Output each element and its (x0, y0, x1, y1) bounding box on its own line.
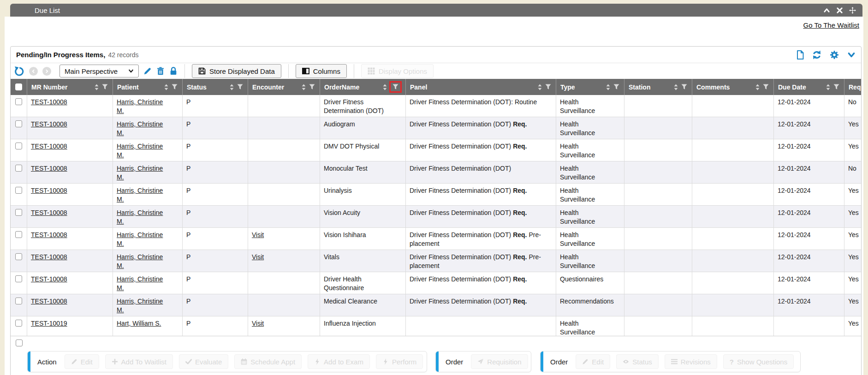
column-header-panel[interactable]: Panel (406, 79, 556, 95)
filter-funnel-icon[interactable] (545, 84, 551, 90)
patient-link[interactable]: Harris, Christine M. (117, 143, 163, 159)
schedule-appt-button[interactable]: Schedule Appt (234, 354, 302, 369)
sort-icon[interactable] (164, 84, 168, 90)
mr-number-link[interactable]: TEST-10008 (31, 143, 67, 150)
go-to-waitlist-link[interactable]: Go To The Waitlist (803, 21, 859, 29)
lock-perspective-icon[interactable] (169, 67, 178, 75)
next-perspective-button[interactable] (42, 67, 51, 76)
filter-funnel-icon[interactable] (613, 84, 619, 90)
filter-funnel-icon[interactable] (237, 84, 243, 90)
patient-link[interactable]: Harris, Christine M. (117, 298, 163, 314)
filter-funnel-icon-highlighted[interactable] (389, 81, 402, 93)
patient-link[interactable]: Harris, Christine M. (117, 187, 163, 203)
sort-icon[interactable] (95, 84, 99, 90)
move-icon[interactable] (849, 7, 856, 14)
encounter-visit-link[interactable]: Visit (252, 253, 264, 261)
show-questions-button[interactable]: ?Show Questions (723, 354, 794, 369)
sort-icon[interactable] (674, 84, 678, 90)
due-list-table-container[interactable]: MR NumberPatientStatusEncounterOrderName… (11, 79, 861, 336)
mr-number-link[interactable]: TEST-10008 (31, 253, 67, 261)
column-header-station[interactable]: Station (624, 79, 692, 95)
edit-button[interactable]: Edit (65, 354, 99, 369)
requisition-button[interactable]: Requisition (471, 354, 528, 369)
filter-funnel-icon[interactable] (309, 84, 315, 90)
patient-link[interactable]: Hart, William S. (117, 320, 161, 327)
column-header-ordername[interactable]: OrderName (320, 79, 406, 95)
mr-number-link[interactable]: TEST-10008 (31, 298, 67, 305)
row-checkbox[interactable] (15, 98, 22, 105)
add-to-waitlist-button[interactable]: Add To Waitlist (105, 354, 173, 369)
sort-icon[interactable] (755, 84, 760, 90)
patient-link[interactable]: Harris, Christine M. (117, 209, 163, 225)
filter-funnel-icon[interactable] (681, 84, 687, 90)
row-checkbox[interactable] (15, 143, 22, 149)
mr-number-link[interactable]: TEST-10008 (31, 231, 67, 238)
store-displayed-data-button[interactable]: Store Displayed Data (192, 64, 281, 78)
window-titlebar[interactable]: Due List (10, 4, 862, 17)
filter-funnel-icon[interactable] (172, 84, 178, 90)
revisions-button[interactable]: Revisions (665, 354, 717, 369)
row-checkbox[interactable] (15, 253, 22, 260)
row-checkbox[interactable] (15, 187, 22, 194)
patient-link[interactable]: Harris, Christine M. (117, 231, 163, 247)
column-header-type[interactable]: Type (556, 79, 624, 95)
edit-perspective-pencil-icon[interactable] (143, 67, 152, 75)
evaluate-button[interactable]: Evaluate (179, 354, 228, 369)
sort-icon[interactable] (606, 84, 610, 90)
collapse-panel-chevron-down-icon[interactable] (847, 51, 856, 59)
column-header-due-date[interactable]: Due Date (774, 79, 844, 95)
sort-icon[interactable] (302, 84, 306, 90)
patient-link[interactable]: Harris, Christine M. (117, 275, 163, 292)
patient-link[interactable]: Harris, Christine M. (117, 98, 163, 114)
encounter-visit-link[interactable]: Visit (252, 231, 264, 238)
row-checkbox[interactable] (15, 120, 22, 127)
row-checkbox[interactable] (15, 209, 22, 216)
row-checkbox[interactable] (15, 320, 22, 327)
sort-icon[interactable] (826, 84, 830, 90)
column-header-comments[interactable]: Comments (692, 79, 774, 95)
previous-perspective-button[interactable] (29, 67, 38, 76)
filter-funnel-icon[interactable] (833, 84, 839, 90)
mr-number-link[interactable]: TEST-10008 (31, 187, 67, 194)
patient-link[interactable]: Harris, Christine M. (117, 253, 163, 269)
columns-button[interactable]: Columns (296, 64, 347, 78)
edit-button[interactable]: Edit (576, 354, 610, 369)
status-button[interactable]: Status (616, 354, 659, 369)
sort-icon[interactable] (383, 84, 387, 90)
column-header-patient[interactable]: Patient (113, 79, 183, 95)
column-header-encounter[interactable]: Encounter (248, 79, 320, 95)
mr-number-link[interactable]: TEST-10008 (31, 275, 67, 283)
add-to-exam-button[interactable]: Add to Exam (308, 354, 370, 369)
footer-select-all-checkbox[interactable] (16, 339, 23, 346)
column-header-status[interactable]: Status (183, 79, 248, 95)
mr-number-link[interactable]: TEST-10019 (31, 320, 67, 327)
gear-icon[interactable] (830, 50, 839, 60)
collapse-chevron-up-icon[interactable] (823, 7, 830, 14)
filter-funnel-icon[interactable] (763, 84, 769, 90)
undo-icon[interactable] (14, 66, 24, 76)
column-header-mr-number[interactable]: MR Number (27, 79, 113, 95)
mr-number-link[interactable]: TEST-10008 (31, 165, 67, 172)
row-checkbox[interactable] (15, 275, 22, 282)
row-checkbox[interactable] (15, 231, 22, 238)
column-header-req[interactable]: Req (844, 79, 861, 95)
delete-perspective-trash-icon[interactable] (156, 67, 165, 75)
sort-icon[interactable] (538, 84, 542, 90)
patient-link[interactable]: Harris, Christine M. (117, 165, 163, 181)
sort-icon[interactable] (230, 84, 234, 90)
display-options-button[interactable]: Display Options (361, 64, 434, 78)
mr-number-link[interactable]: TEST-10008 (31, 120, 67, 128)
patient-link[interactable]: Harris, Christine M. (117, 120, 163, 137)
encounter-visit-link[interactable]: Visit (252, 320, 264, 327)
refresh-icon[interactable] (812, 50, 821, 60)
new-file-icon[interactable] (797, 50, 804, 60)
perspective-select[interactable]: Main Perspective (59, 65, 139, 77)
row-checkbox[interactable] (15, 298, 22, 304)
mr-number-link[interactable]: TEST-10008 (31, 98, 67, 106)
close-icon[interactable] (836, 7, 843, 14)
perform-button[interactable]: Perform (376, 354, 423, 369)
select-all-checkbox[interactable] (15, 83, 22, 90)
row-checkbox[interactable] (15, 165, 22, 172)
filter-funnel-icon[interactable] (102, 84, 108, 90)
mr-number-link[interactable]: TEST-10008 (31, 209, 67, 216)
